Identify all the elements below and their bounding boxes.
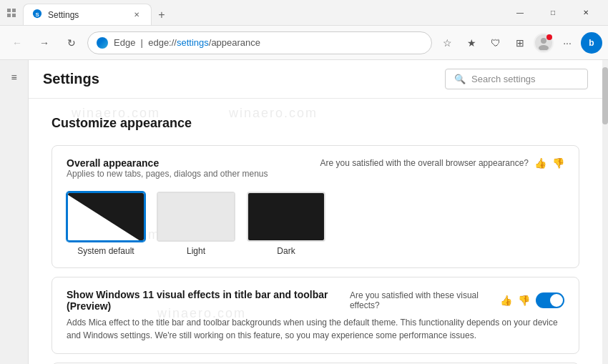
browser-essentials-icon[interactable]: 🛡 [485, 32, 506, 54]
dark-visual [248, 193, 324, 240]
window-controls: — □ ✕ [504, 1, 602, 24]
toggle-thumb [550, 294, 563, 307]
settings-title: Settings [43, 71, 99, 87]
collections-icon[interactable]: ★ [461, 32, 482, 54]
bing-chat-button[interactable]: b [581, 32, 602, 54]
scrollbar-thumb[interactable] [602, 67, 608, 124]
dark-label: Dark [277, 246, 295, 256]
w11-feedback-question: Are you satisfied with these visual effe… [350, 290, 495, 310]
sidebar-menu-button[interactable]: ≡ [3, 66, 26, 89]
tab-favicon: S [32, 9, 42, 21]
w11-right: Are you satisfied with these visual effe… [350, 290, 564, 310]
windows11-section: Show Windows 11 visual effects in title … [52, 277, 579, 354]
section-title: Overall appearance Applies to new tabs, … [67, 157, 268, 189]
w11-title: Show Windows 11 visual effects in title … [67, 289, 350, 312]
light-option[interactable]: Light [157, 192, 235, 256]
dark-triangle [67, 193, 144, 242]
minimize-button[interactable]: — [504, 1, 536, 24]
svg-rect-2 [7, 14, 11, 17]
svg-rect-3 [12, 14, 16, 17]
title-bar: S Settings ✕ + — □ ✕ [0, 0, 608, 26]
profile-wrapper [534, 33, 554, 53]
sidebar: ≡ [0, 60, 29, 364]
page-title: Customize appearance [52, 116, 579, 131]
back-button[interactable]: ← [6, 31, 29, 54]
tab-area: S Settings ✕ + [23, 0, 498, 25]
page-area: winaero.com winaero.com winaero.com wina… [29, 99, 602, 364]
section-header: Overall appearance Applies to new tabs, … [67, 157, 564, 189]
restore-button[interactable]: □ [536, 1, 569, 24]
window-icon [6, 7, 17, 19]
thumbs-up-icon[interactable]: 👍 [534, 157, 546, 169]
dark-preview [247, 192, 325, 242]
w11-header: Show Windows 11 visual effects in title … [67, 289, 564, 312]
close-button[interactable]: ✕ [569, 1, 602, 24]
navigation-bar: ← → ↻ Edge | edge://settings/appearance … [0, 26, 608, 60]
windows11-toggle[interactable] [536, 292, 564, 308]
light-preview [157, 192, 235, 242]
system-default-option[interactable]: System default [67, 192, 145, 256]
settings-page: ≡ Settings 🔍 Search settings winaero.com… [0, 60, 608, 364]
svg-rect-1 [12, 9, 16, 12]
address-text: Edge | edge://settings/appearance [114, 37, 260, 48]
feedback-question: Are you satisfied with the overall brows… [320, 158, 529, 168]
settings-title-row: Settings [43, 71, 99, 87]
overall-appearance-section: Overall appearance Applies to new tabs, … [52, 145, 579, 268]
refresh-button[interactable]: ↻ [60, 31, 83, 54]
svg-point-7 [539, 45, 549, 50]
w11-description: Adds Mica effect to the title bar and to… [67, 316, 564, 342]
system-default-preview [67, 192, 145, 242]
nav-icons-group: ☆ ★ 🛡 ⊞ ··· b [436, 32, 602, 54]
new-tab-button[interactable]: + [152, 5, 172, 25]
search-settings-input[interactable]: Search settings [471, 74, 536, 84]
dark-option[interactable]: Dark [247, 192, 325, 256]
active-tab[interactable]: S Settings ✕ [23, 4, 152, 25]
address-bar[interactable]: Edge | edge://settings/appearance [87, 31, 432, 54]
search-settings-box[interactable]: 🔍 Search settings [445, 69, 588, 89]
w11-thumbs-up-icon[interactable]: 👍 [500, 295, 512, 306]
thumbs-down-icon[interactable]: 👎 [552, 157, 564, 169]
tab-close-button[interactable]: ✕ [131, 9, 142, 21]
theme-options: System default Light Dark [67, 192, 564, 256]
favorites-star-icon[interactable]: ☆ [436, 32, 458, 54]
forward-button[interactable]: → [33, 31, 56, 54]
svg-point-6 [541, 38, 546, 44]
edge-favicon [97, 37, 108, 49]
scrollbar-track[interactable] [602, 60, 608, 364]
profile-notification-dot [546, 34, 552, 40]
tab-title: Settings [48, 10, 79, 20]
w11-thumbs-down-icon[interactable]: 👎 [518, 295, 530, 306]
light-visual [158, 193, 234, 240]
main-content: Settings 🔍 Search settings winaero.com w… [29, 60, 602, 364]
split-screen-icon[interactable]: ⊞ [509, 32, 531, 54]
settings-header: Settings 🔍 Search settings [29, 60, 602, 99]
svg-rect-0 [7, 9, 11, 12]
svg-text:S: S [35, 11, 39, 18]
light-label: Light [187, 246, 205, 256]
system-default-visual [68, 193, 144, 240]
more-options-button[interactable]: ··· [556, 32, 578, 54]
system-default-label: System default [77, 246, 134, 256]
feedback-group: Are you satisfied with the overall brows… [320, 157, 565, 169]
search-icon: 🔍 [454, 74, 466, 84]
